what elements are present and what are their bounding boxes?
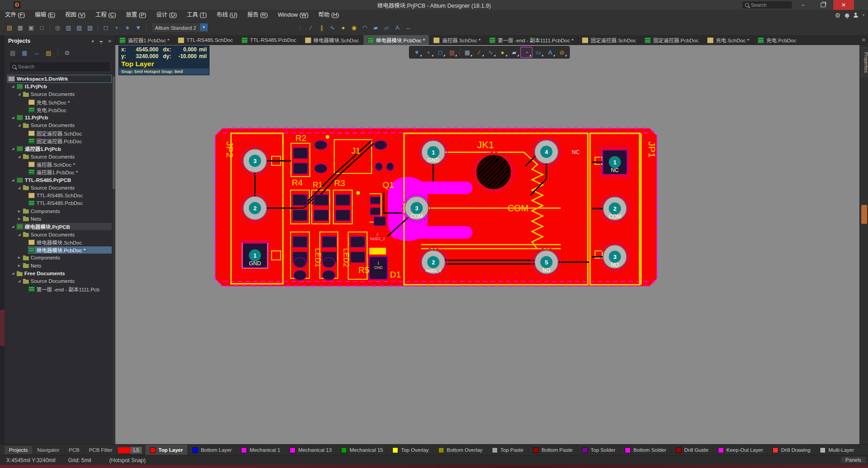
- menu-item-E[interactable]: 编辑 (E): [30, 10, 60, 20]
- menu-item-U[interactable]: 布线 (U): [212, 10, 242, 20]
- filter-tool-button[interactable]: ▼: [411, 47, 423, 57]
- layer-tab-mechanical-1[interactable]: Mechanical 1: [236, 445, 285, 455]
- tree-item-6[interactable]: ◢11.PrjPcb: [5, 114, 115, 121]
- diff-pair-route-icon[interactable]: ∥: [317, 23, 327, 33]
- tree-item-14[interactable]: ◢TTL-RS485.PrjPCB: [5, 176, 115, 184]
- tree-item-24[interactable]: ▶Components: [5, 254, 115, 262]
- copy-icon[interactable]: ▥: [64, 23, 73, 33]
- tree-item-21[interactable]: ◢Source Documents: [5, 231, 115, 238]
- move-tool-button[interactable]: +: [423, 47, 434, 57]
- save-icon[interactable]: ▦: [15, 23, 25, 33]
- pcb-canvas[interactable]: 321GND1GND4NC3COM2NetD1_25NO1NC2COM3NO2N…: [115, 45, 859, 444]
- doc-tab-9[interactable]: 固定遥控器.PcbDoc: [641, 35, 703, 45]
- doc-tab-6[interactable]: 遥控器.SchDoc *: [429, 35, 485, 45]
- select-icon[interactable]: ◻: [101, 23, 111, 33]
- tree-item-9[interactable]: 固定遥控器.PcbDoc: [5, 137, 115, 145]
- grip-icon[interactable]: ⋮: [295, 23, 305, 33]
- projects-search-input[interactable]: Search: [9, 61, 111, 72]
- collapsed-arrow-icon[interactable]: ▶: [18, 209, 23, 213]
- arc-icon[interactable]: ◠: [360, 23, 370, 33]
- tune-icon[interactable]: ∿: [327, 23, 337, 33]
- filter-icon[interactable]: ▼: [133, 23, 143, 33]
- doc-tab-7[interactable]: 第一版 -end - 副本1111.PcbDoc *: [485, 35, 578, 45]
- doc-tab-5[interactable]: 继电器模块.PcbDoc *: [364, 35, 430, 45]
- expanded-arrow-icon[interactable]: ◢: [12, 85, 16, 88]
- layer-tab-mechanical-13[interactable]: Mechanical 13: [285, 445, 336, 455]
- component-tool-button[interactable]: ▦: [462, 47, 473, 57]
- expanded-arrow-icon[interactable]: ◢: [18, 92, 23, 96]
- tree-item-16[interactable]: TTL-RS485.SchDoc: [5, 191, 115, 199]
- combo-dropdown-icon[interactable]: ▼: [200, 23, 208, 31]
- layer-tab-bottom-solder[interactable]: Bottom Solder: [620, 445, 671, 455]
- pcb-board-drawing[interactable]: 321GND1GND4NC3COM2NetD1_25NO1NC2COM3NO2N…: [115, 45, 859, 444]
- ruler-tool-button[interactable]: ▭: [533, 47, 544, 57]
- ui-style-combo[interactable]: Altium Standard 2 ▼: [151, 23, 209, 33]
- board-insight-tool-button[interactable]: ▥: [446, 47, 458, 57]
- layer-set-selector[interactable]: LS: [118, 447, 142, 454]
- tree-item-15[interactable]: ◢Source Documents: [5, 184, 115, 191]
- layer-tab-bottom-paste[interactable]: Bottom Paste: [528, 445, 577, 455]
- duplicate-icon[interactable]: ▨: [85, 23, 95, 33]
- layer-tab-top-solder[interactable]: Top Solder: [577, 445, 620, 455]
- global-search-input[interactable]: Search: [742, 1, 792, 9]
- expanded-arrow-icon[interactable]: ◢: [18, 186, 23, 190]
- properties-panel-tab[interactable]: Properties: [860, 47, 868, 78]
- tree-item-27[interactable]: ◢Source Documents: [5, 277, 115, 285]
- tree-item-11[interactable]: ◢Source Documents: [5, 153, 115, 160]
- expanded-arrow-icon[interactable]: ◢: [12, 178, 16, 182]
- tree-item-4[interactable]: 充电.SchDoc *: [5, 98, 115, 106]
- menu-item-W[interactable]: Window (W): [273, 10, 314, 20]
- measure-tool-button[interactable]: ◔: [520, 47, 532, 58]
- panels-button[interactable]: Panels: [841, 456, 866, 463]
- layer-tab-top-layer[interactable]: Top Layer: [145, 445, 188, 455]
- tree-item-23[interactable]: 继电器模块.PcbDoc *: [5, 246, 115, 254]
- settings-gear-icon[interactable]: ⚙: [835, 12, 841, 18]
- tree-item-5[interactable]: 充电.PcbDoc: [5, 106, 115, 114]
- tree-item-22[interactable]: 继电器模块.SchDoc: [5, 238, 115, 246]
- menu-item-H[interactable]: 帮助 (H): [314, 10, 344, 20]
- compare-icon[interactable]: ↔: [34, 50, 40, 56]
- menu-item-V[interactable]: 视图 (V): [60, 10, 91, 20]
- layer-tab-keep-out-layer[interactable]: Keep-Out Layer: [713, 445, 768, 455]
- layer-tab-multi-layer[interactable]: Multi-Layer: [815, 445, 859, 455]
- tree-item-25[interactable]: ▶Nets: [5, 262, 115, 269]
- menu-item-R[interactable]: 报告 (R): [242, 10, 273, 20]
- arc-tool-button[interactable]: ⊘: [556, 47, 568, 57]
- open-icon[interactable]: ▤: [5, 23, 14, 33]
- tree-item-26[interactable]: ◢Free Documents: [5, 269, 115, 277]
- pad-1-GND[interactable]: 1GND: [241, 241, 269, 270]
- route-tool-button[interactable]: ∕: [473, 47, 485, 57]
- tree-item-10[interactable]: ◢遥控器1.PrjPcb: [5, 145, 115, 153]
- layer-tab-bottom-layer[interactable]: Bottom Layer: [188, 445, 236, 455]
- tree-item-2[interactable]: ◢I1.PrjPcb: [5, 82, 115, 90]
- pad-1-NC[interactable]: 1NC: [600, 148, 629, 177]
- user-menu-caret-icon[interactable]: ▾: [863, 13, 864, 17]
- string-icon[interactable]: A: [392, 23, 402, 33]
- tab-overflow-icon[interactable]: ≡: [862, 36, 865, 43]
- tree-item-12[interactable]: 遥控器.SchDoc *: [5, 160, 115, 168]
- tree-item-17[interactable]: TTL-RS485.PcbDoc: [5, 200, 115, 207]
- panel-tab-navigator[interactable]: Navigator: [33, 446, 64, 454]
- layer-tab-top-paste[interactable]: Top Paste: [487, 445, 528, 455]
- pad-icon[interactable]: ●: [338, 23, 348, 33]
- polygon-icon[interactable]: ▱: [382, 23, 391, 33]
- tree-item-20[interactable]: ◢继电器模块.PrjPCB: [5, 223, 115, 231]
- paste-icon[interactable]: ▧: [74, 23, 84, 33]
- right-scroll-thumb[interactable]: [861, 205, 867, 224]
- panel-tab-pcb-filter[interactable]: PCB Filter: [84, 446, 117, 454]
- doc-tab-8[interactable]: 固定遥控器.SchDoc: [578, 35, 641, 45]
- expanded-arrow-icon[interactable]: ◢: [18, 279, 23, 283]
- tree-scrollbar[interactable]: [113, 75, 115, 444]
- layer-tab-mechanical-15[interactable]: Mechanical 15: [336, 445, 388, 455]
- fill-icon[interactable]: ▰: [371, 23, 381, 33]
- layer-tab-top-overlay[interactable]: Top Overlay: [388, 445, 433, 455]
- panel-pin-icon[interactable]: [100, 41, 103, 42]
- snap-icon[interactable]: ∗: [123, 23, 132, 33]
- collapsed-arrow-icon[interactable]: ▶: [18, 256, 23, 259]
- layer-tab-drill-drawing[interactable]: Drill Drawing: [768, 445, 815, 455]
- preview-icon[interactable]: □: [37, 23, 47, 33]
- save-icon[interactable]: ▤: [10, 50, 15, 56]
- via-tool-button[interactable]: ●: [497, 47, 508, 57]
- tree-item-3[interactable]: ◢Source Documents: [5, 91, 115, 98]
- settings-icon[interactable]: ⚙: [64, 50, 70, 56]
